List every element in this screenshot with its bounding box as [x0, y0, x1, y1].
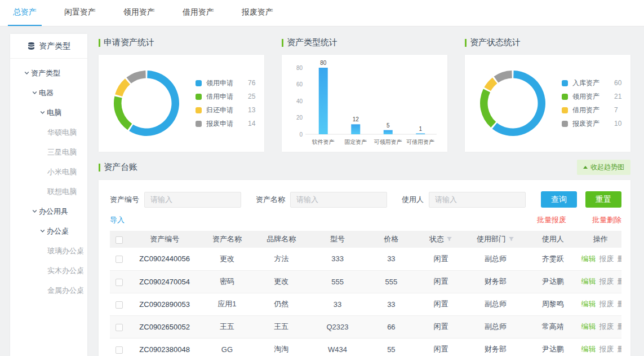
content-area: 资产类型 资产类型电器电脑华硕电脑三星电脑小米电脑联想电脑办公用具办公桌玻璃办公…: [0, 27, 644, 356]
tree-item-玻璃办公桌[interactable]: 玻璃办公桌: [10, 241, 87, 261]
tree-item-label: 三星电脑: [47, 147, 77, 157]
cell-model: 33: [309, 293, 366, 315]
column-header-使用人: 使用人: [526, 231, 579, 248]
tree-item-资产类型[interactable]: 资产类型: [10, 63, 87, 83]
row-checkbox-cell: [110, 270, 128, 293]
filter-group-asset-id: 资产编号: [110, 192, 241, 208]
row-checkbox[interactable]: [116, 324, 123, 331]
cell-status: 闲置: [417, 248, 465, 270]
action-报废[interactable]: 报废: [599, 322, 614, 331]
filter-group-asset-name: 资产名称: [256, 192, 387, 208]
chart-section-apply-stats: 申请资产统计 领用申请76借用申请25归还申请13报废申请14: [99, 34, 264, 152]
tab-闲置资产[interactable]: 闲置资产: [59, 0, 101, 26]
cell-dept: 副总师: [465, 248, 526, 270]
row-checkbox[interactable]: [116, 256, 123, 263]
select-all-checkbox[interactable]: [116, 236, 123, 244]
tab-报废资产[interactable]: 报废资产: [237, 0, 278, 26]
row-checkbox[interactable]: [116, 301, 123, 309]
action-报废[interactable]: 报废: [599, 345, 614, 353]
action-删除[interactable]: 删除: [617, 254, 621, 263]
action-报废[interactable]: 报废: [599, 277, 614, 285]
donut-segment-归还申请: [115, 78, 130, 96]
cell-price: 33: [366, 248, 417, 270]
tab-总资产[interactable]: 总资产: [8, 0, 42, 26]
action-编辑[interactable]: 编辑: [581, 277, 596, 285]
query-button[interactable]: 查询: [541, 191, 577, 208]
action-报废[interactable]: 报废: [599, 300, 614, 308]
tree-item-办公用具[interactable]: 办公用具: [10, 201, 87, 221]
action-编辑[interactable]: 编辑: [581, 300, 596, 308]
action-编辑[interactable]: 编辑: [581, 254, 596, 263]
bar-软件资产: [319, 68, 328, 134]
y-axis-tick: 20: [296, 115, 303, 121]
import-link[interactable]: 导入: [110, 215, 125, 225]
legend-label: 报废申请: [206, 119, 239, 129]
asset-management-app: 总资产闲置资产领用资产借用资产报废资产 资产类型 资产类型电器电脑华硕电脑三星电…: [0, 0, 644, 356]
row-checkbox-cell: [110, 293, 128, 315]
action-删除[interactable]: 删除: [617, 300, 621, 308]
action-删除[interactable]: 删除: [617, 277, 621, 285]
tree-item-小米电脑[interactable]: 小米电脑: [10, 162, 87, 182]
cell-name: 密码: [201, 270, 254, 293]
tree-item-办公桌[interactable]: 办公桌: [10, 221, 87, 241]
cell-user: 尹达鹏: [526, 338, 579, 356]
legend-item-归还申请: 归还申请13: [196, 106, 255, 115]
action-删除[interactable]: 删除: [617, 322, 621, 331]
asset-table-body: ZC0902440056更改方法33333闲置副总师齐雯跃编辑报废删除ZC090…: [110, 248, 621, 356]
tree-item-label: 电器: [39, 88, 54, 98]
cell-model: W434: [309, 338, 366, 356]
legend-swatch-icon: [562, 121, 568, 127]
cell-status: 闲置: [417, 293, 465, 315]
tree-item-三星电脑[interactable]: 三星电脑: [10, 142, 87, 162]
legend-value: 7: [614, 106, 618, 114]
cell-status: 闲置: [417, 270, 465, 293]
cell-brand: 方法: [253, 248, 309, 270]
legend-label: 入库资产: [572, 78, 605, 88]
bar-value-label: 80: [320, 60, 327, 66]
tree-item-华硕电脑[interactable]: 华硕电脑: [10, 122, 87, 142]
cell-brand: 仍然: [253, 293, 309, 315]
tree-item-电器[interactable]: 电器: [10, 83, 87, 103]
asset-id-input[interactable]: [144, 192, 241, 208]
column-header-资产编号: 资产编号: [128, 231, 201, 248]
cell-brand: 更改: [253, 270, 309, 293]
sidebar-header: 资产类型: [10, 34, 87, 59]
column-header-使用部门: 使用部门: [465, 231, 526, 248]
asset-name-input[interactable]: [290, 192, 387, 208]
batch-scrap-link[interactable]: 批量报废: [537, 215, 566, 225]
action-编辑[interactable]: 编辑: [581, 322, 596, 331]
action-编辑[interactable]: 编辑: [581, 345, 596, 353]
table-header-row: 资产编号资产名称品牌名称型号价格状态使用部门使用人操作: [110, 231, 621, 248]
tab-借用资产[interactable]: 借用资产: [177, 0, 219, 26]
tree-item-电脑[interactable]: 电脑: [10, 103, 87, 122]
x-axis-category-label: 软件资产: [312, 139, 335, 145]
row-checkbox[interactable]: [116, 346, 123, 354]
tree-item-label: 实木办公桌: [47, 266, 84, 276]
legend-value: 60: [614, 79, 621, 87]
column-header-label: 价格: [384, 235, 398, 243]
tree-item-金属办公桌[interactable]: 金属办公桌: [10, 280, 87, 300]
chart-title-type-stats: 资产类型统计: [282, 37, 447, 48]
chart-title-apply-stats: 申请资产统计: [99, 37, 264, 48]
batch-delete-link[interactable]: 批量删除: [592, 215, 621, 225]
links-row: 导入 批量报废 批量删除: [110, 215, 621, 225]
action-删除[interactable]: 删除: [617, 345, 621, 353]
collapse-trend-button[interactable]: 收起趋势图: [577, 160, 630, 175]
legend-label: 归还申请: [206, 106, 239, 115]
reset-button[interactable]: 重置: [585, 191, 621, 208]
asset-user-input[interactable]: [429, 192, 526, 208]
column-header-label: 状态: [429, 235, 444, 243]
tree-item-实木办公桌[interactable]: 实木办公桌: [10, 261, 87, 280]
filter-funnel-icon[interactable]: [508, 236, 514, 242]
filter-funnel-icon[interactable]: [446, 236, 452, 242]
y-axis-tick: 40: [296, 98, 303, 104]
legend-value: 13: [248, 106, 255, 114]
tree-item-联想电脑[interactable]: 联想电脑: [10, 182, 87, 201]
row-checkbox[interactable]: [116, 279, 123, 286]
cell-price: 33: [366, 293, 417, 315]
tab-领用资产[interactable]: 领用资产: [118, 0, 160, 26]
legend-value: 10: [614, 120, 621, 128]
filter-label: 资产名称: [256, 195, 285, 205]
action-报废[interactable]: 报废: [599, 254, 614, 263]
legend-value: 25: [248, 93, 255, 100]
